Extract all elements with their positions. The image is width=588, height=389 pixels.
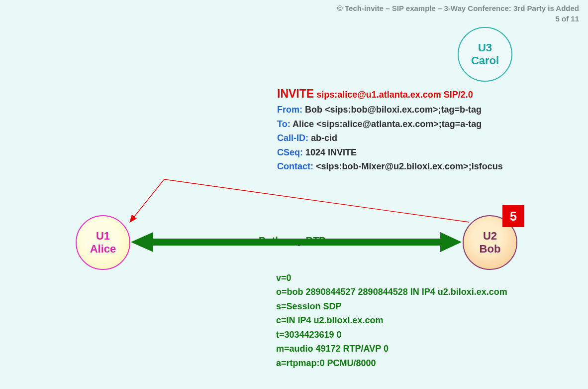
sip-header-key: To: <box>277 119 291 129</box>
sdp-line: a=rtpmap:0 PCMU/8000 <box>276 356 507 370</box>
header-page: 5 of 11 <box>337 13 579 24</box>
sdp-line: o=bob 2890844527 2890844528 IN IP4 u2.bi… <box>276 285 507 299</box>
sdp-line: s=Session SDP <box>276 299 507 313</box>
sip-header-value: <sips:bob-Mixer@u2.biloxi.ex.com>;isfocu… <box>313 161 503 171</box>
sdp-line: v=0 <box>276 271 507 285</box>
sip-header-key: CSeq: <box>277 147 303 157</box>
node-u1-id: U1 <box>90 230 116 243</box>
node-u1-alice: U1 Alice <box>76 215 130 270</box>
sip-header-line: Contact: <sips:bob-Mixer@u2.biloxi.ex.co… <box>277 159 503 173</box>
header-title: © Tech-invite – SIP example – 3-Way Conf… <box>337 4 579 12</box>
node-u2-id: U2 <box>480 230 501 243</box>
sip-header-line: Call-ID: ab-cid <box>277 131 503 145</box>
svg-marker-2 <box>440 232 462 252</box>
node-u2-name: Bob <box>480 243 501 256</box>
rtp-label: Both way RTP <box>259 235 325 247</box>
sip-method: INVITE <box>277 87 314 100</box>
diagram-canvas: © Tech-invite – SIP example – 3-Way Conf… <box>0 0 588 389</box>
sip-header-key: From: <box>277 105 302 115</box>
sip-header-key: Contact: <box>277 161 313 171</box>
sip-header-key: Call-ID: <box>277 133 308 143</box>
node-u3-carol: U3 Carol <box>458 27 512 82</box>
sip-request-uri: sips:alice@u1.atlanta.ex.com SIP/2.0 <box>314 90 473 100</box>
sip-header-value: Alice <sips:alice@atlanta.ex.com>;tag=a-… <box>291 119 482 129</box>
node-u3-id: U3 <box>471 41 499 54</box>
sdp-block: v=0o=bob 2890844527 2890844528 IN IP4 u2… <box>276 271 507 370</box>
node-u3-name: Carol <box>471 54 499 67</box>
sip-header-value: ab-cid <box>308 133 337 143</box>
sip-header-line: CSeq: 1024 INVITE <box>277 145 503 159</box>
invite-arrow <box>130 179 469 222</box>
sip-headers: From: Bob <sips:bob@biloxi.ex.com>;tag=b… <box>277 103 503 173</box>
step-number: 5 <box>510 209 517 224</box>
sdp-line: c=IN IP4 u2.biloxi.ex.com <box>276 313 507 327</box>
node-u1-name: Alice <box>90 243 116 256</box>
sip-header-line: To: Alice <sips:alice@atlanta.ex.com>;ta… <box>277 117 503 131</box>
header-block: © Tech-invite – SIP example – 3-Way Conf… <box>337 3 579 24</box>
sip-header-line: From: Bob <sips:bob@biloxi.ex.com>;tag=b… <box>277 103 503 117</box>
sip-request-line: INVITE sips:alice@u1.atlanta.ex.com SIP/… <box>277 85 503 103</box>
sdp-line: m=audio 49172 RTP/AVP 0 <box>276 342 507 356</box>
sip-header-value: 1024 INVITE <box>303 147 357 157</box>
sip-header-value: Bob <sips:bob@biloxi.ex.com>;tag=b-tag <box>302 105 482 115</box>
step-badge: 5 <box>502 205 524 227</box>
sdp-line: t=3034423619 0 <box>276 328 507 342</box>
svg-marker-1 <box>131 232 153 252</box>
sip-message-block: INVITE sips:alice@u1.atlanta.ex.com SIP/… <box>277 85 503 174</box>
